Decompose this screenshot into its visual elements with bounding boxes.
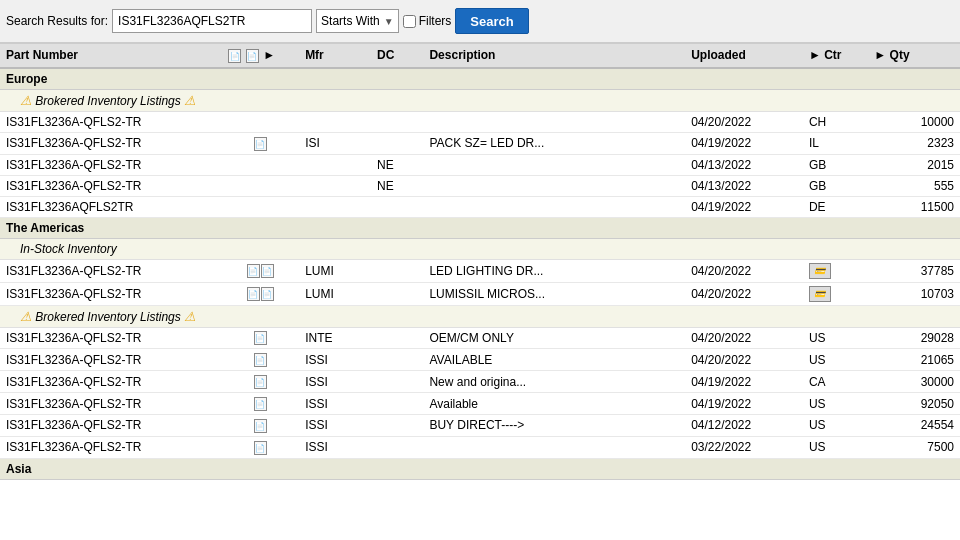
table-row[interactable]: IS31FL3236AQFLS2TR 04/19/2022 DE 11500	[0, 196, 960, 217]
warn-icon-right: ⚠	[184, 93, 196, 108]
cell-mfr: ISSI	[299, 393, 371, 415]
cell-uploaded: 04/20/2022	[685, 327, 803, 349]
cell-mfr	[299, 175, 371, 196]
cell-icons	[222, 196, 299, 217]
col-header-qty[interactable]: ► Qty	[868, 44, 960, 68]
cell-pn: IS31FL3236A-QFLS2-TR	[0, 349, 222, 371]
instock-label: In-Stock Inventory	[20, 242, 117, 256]
cell-uploaded: 04/20/2022	[685, 111, 803, 132]
cell-dc: NE	[371, 175, 423, 196]
cell-dc	[371, 259, 423, 282]
cell-ctr: DE	[803, 196, 868, 217]
doc-icon-2: 📄	[246, 49, 259, 63]
starts-with-dropdown[interactable]: Starts With ▼	[316, 9, 399, 33]
cell-icons: 📄	[222, 393, 299, 415]
search-button[interactable]: Search	[455, 8, 528, 34]
filters-label: Filters	[419, 14, 452, 28]
region-row: The Americas	[0, 217, 960, 238]
brokered-header-row: ⚠ Brokered Inventory Listings ⚠	[0, 89, 960, 111]
cell-dc	[371, 349, 423, 371]
instock-header-row: In-Stock Inventory	[0, 238, 960, 259]
cell-desc: BUY DIRECT---->	[423, 414, 685, 436]
region-row: Europe	[0, 68, 960, 90]
cell-dc	[371, 132, 423, 154]
ctr-text: US	[809, 440, 826, 454]
brokered-label: Brokered Inventory Listings	[35, 94, 180, 108]
cell-dc	[371, 327, 423, 349]
table-row[interactable]: IS31FL3236A-QFLS2-TR 📄 ISSI 03/22/2022 U…	[0, 436, 960, 458]
table-row[interactable]: IS31FL3236A-QFLS2-TR 📄 ISSI BUY DIRECT--…	[0, 414, 960, 436]
cell-uploaded: 04/19/2022	[685, 196, 803, 217]
cell-pn: IS31FL3236A-QFLS2-TR	[0, 259, 222, 282]
cell-qty: 24554	[868, 414, 960, 436]
cell-qty: 11500	[868, 196, 960, 217]
col-header-uploaded: Uploaded	[685, 44, 803, 68]
table-row[interactable]: IS31FL3236A-QFLS2-TR 📄 ISSI New and orig…	[0, 371, 960, 393]
cell-uploaded: 04/19/2022	[685, 371, 803, 393]
cell-ctr: 💳	[803, 259, 868, 282]
cell-pn: IS31FL3236A-QFLS2-TR	[0, 111, 222, 132]
cell-mfr: ISI	[299, 132, 371, 154]
cell-icons: 📄	[222, 349, 299, 371]
cell-mfr: ISSI	[299, 414, 371, 436]
cell-mfr	[299, 196, 371, 217]
doc-icon: 📄	[254, 331, 267, 345]
doc-icon: 📄	[261, 287, 274, 301]
table-row[interactable]: IS31FL3236A-QFLS2-TR 📄 INTE OEM/CM ONLY …	[0, 327, 960, 349]
cell-dc	[371, 282, 423, 305]
table-row[interactable]: IS31FL3236A-QFLS2-TR 📄📄 LUMI LED LIGHTIN…	[0, 259, 960, 282]
warn-icon-right: ⚠	[184, 309, 196, 324]
cell-ctr: GB	[803, 154, 868, 175]
cell-desc: AVAILABLE	[423, 349, 685, 371]
table-header-row: Part Number 📄 📄 ► Mfr DC Description Upl…	[0, 44, 960, 68]
cell-icons: 📄	[222, 327, 299, 349]
ctr-text: US	[809, 397, 826, 411]
arrow-icon-mfr: ►	[263, 48, 275, 62]
filters-checkbox[interactable]	[403, 15, 416, 28]
cell-uploaded: 04/13/2022	[685, 154, 803, 175]
doc-icon: 📄	[254, 353, 267, 367]
table-row[interactable]: IS31FL3236A-QFLS2-TR 📄 ISI PACK SZ= LED …	[0, 132, 960, 154]
cell-ctr: US	[803, 436, 868, 458]
region-row: Asia	[0, 458, 960, 479]
region-label: Europe	[0, 68, 960, 90]
cell-pn: IS31FL3236AQFLS2TR	[0, 196, 222, 217]
cell-mfr: ISSI	[299, 371, 371, 393]
cell-qty: 2323	[868, 132, 960, 154]
cell-icons: 📄📄	[222, 259, 299, 282]
results-table: Part Number 📄 📄 ► Mfr DC Description Upl…	[0, 43, 960, 480]
warn-icon-left: ⚠	[20, 309, 32, 324]
ctr-text: GB	[809, 158, 826, 172]
cell-mfr: ISSI	[299, 436, 371, 458]
cell-uploaded: 04/19/2022	[685, 132, 803, 154]
cell-uploaded: 03/22/2022	[685, 436, 803, 458]
doc-icon: 📄	[254, 397, 267, 411]
ctr-icon: 💳	[809, 263, 831, 279]
table-row[interactable]: IS31FL3236A-QFLS2-TR 📄 ISSI AVAILABLE 04…	[0, 349, 960, 371]
cell-mfr	[299, 154, 371, 175]
cell-qty: 29028	[868, 327, 960, 349]
cell-qty: 30000	[868, 371, 960, 393]
table-row[interactable]: IS31FL3236A-QFLS2-TR 04/20/2022 CH 10000	[0, 111, 960, 132]
cell-uploaded: 04/20/2022	[685, 259, 803, 282]
cell-qty: 92050	[868, 393, 960, 415]
table-row[interactable]: IS31FL3236A-QFLS2-TR 📄 ISSI Available 04…	[0, 393, 960, 415]
search-input[interactable]	[112, 9, 312, 33]
table-row[interactable]: IS31FL3236A-QFLS2-TR NE 04/13/2022 GB 55…	[0, 175, 960, 196]
cell-desc	[423, 196, 685, 217]
cell-pn: IS31FL3236A-QFLS2-TR	[0, 175, 222, 196]
doc-icon: 📄	[254, 137, 267, 151]
doc-icon: 📄	[254, 419, 267, 433]
cell-ctr: GB	[803, 175, 868, 196]
doc-icon: 📄	[254, 441, 267, 455]
cell-mfr: LUMI	[299, 282, 371, 305]
col-header-mfr[interactable]: Mfr	[299, 44, 371, 68]
table-row[interactable]: IS31FL3236A-QFLS2-TR 📄📄 LUMI LUMISSIL MI…	[0, 282, 960, 305]
cell-desc: Available	[423, 393, 685, 415]
doc-icon: 📄	[254, 375, 267, 389]
table-row[interactable]: IS31FL3236A-QFLS2-TR NE 04/13/2022 GB 20…	[0, 154, 960, 175]
search-results-label: Search Results for:	[6, 14, 108, 28]
warn-icon-left: ⚠	[20, 93, 32, 108]
cell-mfr: ISSI	[299, 349, 371, 371]
col-header-ctr[interactable]: ► Ctr	[803, 44, 868, 68]
